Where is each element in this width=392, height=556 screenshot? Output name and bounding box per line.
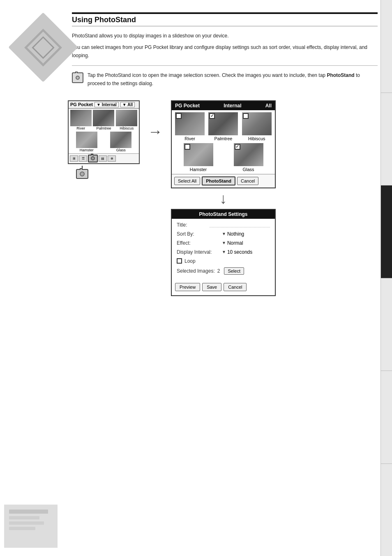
top-logo xyxy=(12,16,74,78)
right-tab-5[interactable] xyxy=(381,371,392,464)
photostand-icon-ref xyxy=(76,169,88,179)
cancel-button-large[interactable]: Cancel xyxy=(237,177,258,185)
pg-pocket-small-toolbar: ⊞ ☰ ▤ ⊕ xyxy=(69,153,139,163)
photostand-settings-footer: Preview Save Cancel xyxy=(172,281,275,295)
intro-text-2: You can select images from your PG Pocke… xyxy=(72,44,378,60)
toolbar-btn-1[interactable]: ⊞ xyxy=(70,155,78,162)
pg-pocket-large-footer: Select All PhotoStand Cancel xyxy=(172,174,275,188)
arrow-down: ↓ xyxy=(171,190,276,207)
pg-pocket-small-title: PG Pocket xyxy=(70,102,93,107)
ps-sort-label: Sort By: xyxy=(177,231,222,237)
ps-selected-row: Selected Images: 2 Select xyxy=(177,267,270,275)
photostand-toolbar-btn[interactable] xyxy=(88,155,98,162)
checkbox-glass[interactable]: ✓ xyxy=(235,144,240,150)
right-tab-4[interactable] xyxy=(381,278,392,371)
ps-sort-arrow: ▼ xyxy=(222,232,226,236)
checkbox-palm[interactable]: ✓ xyxy=(209,113,215,119)
ps-selected-label: Selected Images: xyxy=(177,268,215,274)
right-screenshots-group: PG Pocket Internal All River xyxy=(171,100,276,296)
checkbox-hamster[interactable] xyxy=(184,144,190,150)
ps-loop-row: Loop xyxy=(177,258,270,264)
ps-title-label: Title: xyxy=(177,222,210,228)
ps-effect-arrow: ▼ xyxy=(222,241,226,245)
thumb-river-large[interactable]: River xyxy=(174,112,206,141)
photostand-icon-small xyxy=(72,72,83,83)
right-tab-strip xyxy=(380,0,392,556)
bottom-logo xyxy=(4,505,58,548)
thumb-palm-small: Palmtree xyxy=(93,110,115,130)
left-screenshot-group: PG Pocket ▼ Internal ▼ All River xyxy=(68,100,140,179)
step-instruction: Tap the PhotoStand icon to open the imag… xyxy=(72,72,378,88)
ps-effect-row: Effect: ▼ Normal xyxy=(177,240,270,246)
pg-pocket-small-window: PG Pocket ▼ Internal ▼ All River xyxy=(68,100,140,164)
ps-interval-label: Display Interval: xyxy=(177,249,222,255)
ps-effect-value[interactable]: Normal xyxy=(227,240,243,246)
save-button[interactable]: Save xyxy=(202,283,221,291)
pg-pocket-large-header: PG Pocket Internal All xyxy=(172,101,275,110)
ps-interval-value[interactable]: 10 seconds xyxy=(227,249,252,255)
pg-pocket-large-title: PG Pocket xyxy=(175,103,200,109)
pg-pocket-small-dropdown1[interactable]: ▼ Internal xyxy=(95,102,119,107)
step-text: Tap the PhotoStand icon to open the imag… xyxy=(88,72,378,88)
ps-loop-checkbox[interactable] xyxy=(177,258,182,264)
photostand-button[interactable]: PhotoStand xyxy=(202,176,235,185)
select-images-button[interactable]: Select xyxy=(224,267,244,275)
intro-text-1: PhotoStand allows you to display images … xyxy=(72,32,378,40)
thumb-hamster-large[interactable]: Hamster xyxy=(174,143,223,172)
checkbox-hibiscus[interactable] xyxy=(243,113,249,119)
right-tab-1[interactable] xyxy=(381,0,392,93)
ps-selected-count: 2 xyxy=(217,268,220,274)
ps-sort-value[interactable]: Nothing xyxy=(227,231,244,237)
thumb-glass-small: Glass xyxy=(104,132,138,152)
photostand-settings-dialog: PhotoStand Settings Title: Sort By: ▼ No… xyxy=(171,209,276,296)
toolbar-btn-3[interactable]: ▤ xyxy=(99,155,107,162)
camera-icon-below xyxy=(76,166,88,179)
ps-loop-label: Loop xyxy=(184,258,196,264)
photostand-settings-header: PhotoStand Settings xyxy=(172,210,275,219)
cancel-button-settings[interactable]: Cancel xyxy=(224,283,247,291)
divider-1 xyxy=(72,65,378,66)
section-title: Using PhotoStand xyxy=(72,16,136,24)
screenshots-area: PG Pocket ▼ Internal ▼ All River xyxy=(68,100,378,296)
thumb-palm-large[interactable]: ✓ Palmtree xyxy=(207,112,239,141)
toolbar-btn-4[interactable]: ⊕ xyxy=(108,155,116,162)
ps-title-row: Title: xyxy=(177,222,270,228)
right-tab-3-active[interactable] xyxy=(381,185,392,278)
ps-effect-label: Effect: xyxy=(177,240,222,246)
thumb-hibiscus-small: Hibiscus xyxy=(115,110,138,130)
toolbar-btn-2[interactable]: ☰ xyxy=(79,155,87,162)
ps-interval-row: Display Interval: ▼ 10 seconds xyxy=(177,249,270,255)
pg-pocket-small-header: PG Pocket ▼ Internal ▼ All xyxy=(69,101,139,109)
thumb-glass-large[interactable]: ✓ Glass xyxy=(224,143,273,172)
checkbox-river[interactable] xyxy=(176,113,182,119)
pg-pocket-large-window: PG Pocket Internal All River xyxy=(171,100,276,188)
thumb-hibiscus-large[interactable]: Hibiscus xyxy=(241,112,273,141)
section-title-bar: Using PhotoStand xyxy=(72,12,378,26)
ps-interval-arrow: ▼ xyxy=(222,250,226,254)
right-tab-2[interactable] xyxy=(381,93,392,186)
thumb-river-small: River xyxy=(70,110,92,130)
arrow-right: → xyxy=(148,100,163,140)
pg-pocket-large-location: Internal xyxy=(224,103,241,109)
right-tab-6[interactable] xyxy=(381,464,392,556)
pg-pocket-small-dropdown2[interactable]: ▼ All xyxy=(120,102,135,107)
preview-button[interactable]: Preview xyxy=(175,283,200,291)
thumb-hamster-small: Hamster xyxy=(70,132,104,152)
pg-pocket-large-filter: All xyxy=(265,103,272,109)
ps-sort-row: Sort By: ▼ Nothing xyxy=(177,231,270,237)
select-all-button[interactable]: Select All xyxy=(174,177,200,185)
